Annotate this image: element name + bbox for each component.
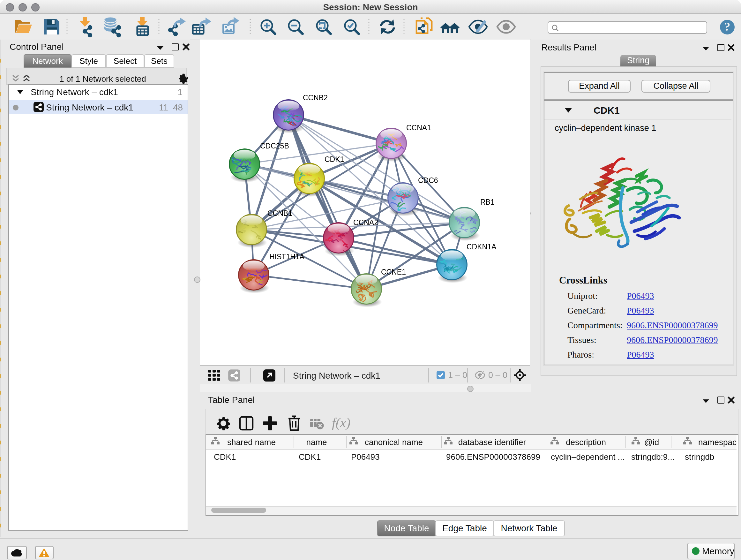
svg-text:f(x): f(x) xyxy=(332,415,350,430)
svg-text:CCNA1: CCNA1 xyxy=(406,124,431,132)
svg-text:CDKN1A: CDKN1A xyxy=(467,243,496,251)
svg-text:canonical name: canonical name xyxy=(365,437,423,447)
svg-text:CCNE1: CCNE1 xyxy=(381,268,406,276)
svg-text:CDC25B: CDC25B xyxy=(260,142,289,150)
svg-text:RB1: RB1 xyxy=(480,198,495,206)
svg-text:@id: @id xyxy=(644,437,659,447)
svg-text:CCNA2: CCNA2 xyxy=(353,219,378,227)
svg-text:description: description xyxy=(566,437,606,447)
svg-text:shared name: shared name xyxy=(227,437,276,447)
svg-text:HIST1H1A: HIST1H1A xyxy=(269,253,305,261)
svg-text:CDC6: CDC6 xyxy=(418,176,438,185)
svg-text:name: name xyxy=(306,437,327,447)
svg-text:namespac: namespac xyxy=(698,437,737,447)
svg-text:CCNB1: CCNB1 xyxy=(267,209,292,217)
svg-text:CDK1: CDK1 xyxy=(325,155,344,164)
svg-text:CCNB2: CCNB2 xyxy=(303,94,328,102)
svg-text:database identifier: database identifier xyxy=(458,437,526,447)
